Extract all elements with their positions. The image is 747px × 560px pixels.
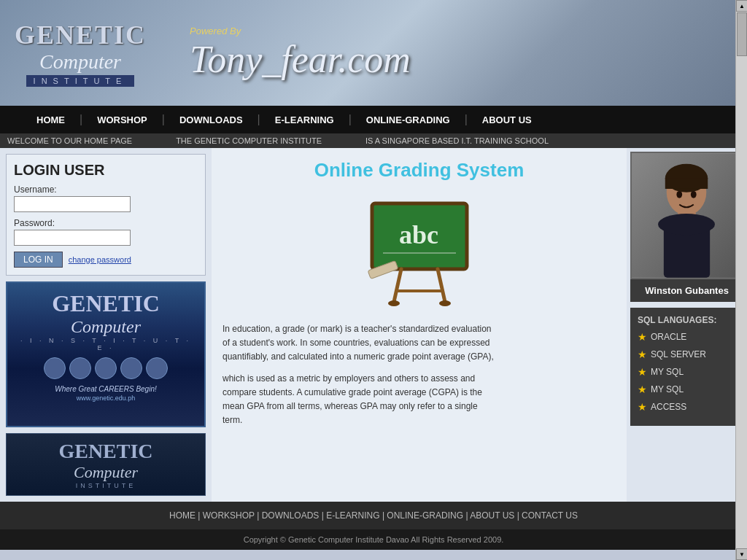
page-title: Online Grading System [222, 152, 616, 189]
sql-server: ★ SQL SERVER [638, 349, 736, 360]
footer-workshop[interactable]: WORKSHOP [203, 510, 255, 521]
chalkboard-area: abc [222, 196, 616, 315]
svg-point-18 [691, 191, 697, 198]
svg-point-17 [676, 191, 682, 198]
logo-area: GENETIC Computer INSTITUTE [15, 20, 146, 87]
star-icon-2: ★ [638, 349, 647, 360]
footer-onlinegrading[interactable]: ONLINE-GRADING [387, 510, 463, 521]
banner2-institute: INSTITUTE [12, 482, 199, 489]
logo-institute: INSTITUTE [26, 75, 135, 87]
svg-line-5 [394, 269, 401, 302]
svg-rect-13 [665, 178, 708, 189]
svg-point-16 [658, 214, 715, 235]
login-button[interactable]: LOG IN [14, 252, 63, 268]
password-label: Password: [14, 218, 198, 228]
change-password-link[interactable]: change password [69, 255, 131, 264]
sql-oracle: ★ ORACLE [638, 331, 736, 343]
main-content: LOGIN USER Username: Password: LOG IN ch… [0, 148, 747, 502]
footer-downloads[interactable]: DOWNLOADS [262, 510, 320, 521]
sql-mysql2: ★ MY SQL [638, 384, 736, 395]
footer-contactus[interactable]: CONTACT US [522, 510, 578, 521]
circle-5 [146, 357, 168, 379]
scrollbar-thumb[interactable] [737, 12, 747, 56]
footer-elearning[interactable]: E-LEARNING [326, 510, 379, 521]
left-sidebar: LOGIN USER Username: Password: LOG IN ch… [0, 148, 212, 502]
nav-onlinegrading[interactable]: ONLINE-GRADING [352, 114, 465, 125]
ticker-item-3: IS A SINGAPORE BASED I.T. TRAINING SCHOO… [365, 136, 549, 145]
svg-text:abc: abc [399, 220, 438, 249]
sidebar-banner-1: GENETIC Computer · I · N · S · T · I · T… [6, 281, 206, 427]
circle-4 [120, 357, 142, 379]
nav-workshop[interactable]: WORSHOP [82, 114, 162, 125]
profile-name-box: Winston Gubantes [630, 279, 743, 302]
footer-nav: HOME | WORKSHOP | DOWNLOADS | E-LEARNING… [0, 502, 747, 529]
sql-access: ★ ACCESS [638, 401, 736, 413]
content-text: In education, a grade (or mark) is a tea… [222, 322, 500, 427]
logo-genetic: GENETIC [15, 20, 146, 50]
sql-title: SQL LANGUAGES: [638, 315, 736, 325]
sql-oracle-label: ORACLE [651, 332, 686, 342]
footer-aboutus[interactable]: ABOUT US [470, 510, 514, 521]
nav-elearning[interactable]: E-LEARNING [260, 114, 349, 125]
sql-box: SQL LANGUAGES: ★ ORACLE ★ SQL SERVER ★ M… [630, 308, 743, 426]
svg-line-6 [438, 269, 445, 302]
navbar: HOME | WORSHOP | DOWNLOADS | E-LEARNING … [0, 106, 747, 133]
banner2-computer: Computer [12, 463, 199, 482]
circle-3 [95, 357, 117, 379]
scrollbar-up-btn[interactable]: ▲ [736, 0, 747, 12]
logo-computer: Computer [39, 50, 121, 74]
username-label: Username: [14, 184, 198, 195]
svg-point-8 [388, 300, 400, 306]
content-paragraph-2: which is used as a metric by employers a… [222, 372, 500, 428]
star-icon-4: ★ [638, 384, 647, 395]
banner-institute: · I · N · S · T · I · T · U · T · E · [15, 337, 197, 351]
header: GENETIC Computer INSTITUTE Powered By To… [0, 0, 747, 106]
banner2-genetic: GENETIC [12, 440, 199, 463]
sql-mysql1: ★ MY SQL [638, 366, 736, 378]
banner-computer: Computer [15, 317, 197, 337]
footer-home[interactable]: HOME [169, 510, 196, 521]
circle-2 [69, 357, 91, 379]
powered-by-text: Powered By [190, 26, 411, 36]
profile-name: Winston Gubantes [645, 285, 729, 296]
ticker-item-1: WELCOME TO OUR HOME PAGE [7, 136, 132, 145]
chalkboard-svg: abc [361, 196, 478, 313]
scrollbar-down-btn[interactable]: ▼ [736, 548, 747, 550]
login-box: LOGIN USER Username: Password: LOG IN ch… [6, 154, 206, 276]
star-icon-5: ★ [638, 401, 647, 413]
nav-aboutus[interactable]: ABOUT US [468, 114, 546, 125]
sidebar-banner-2: GENETIC Computer INSTITUTE [6, 433, 206, 496]
star-icon-1: ★ [638, 331, 647, 343]
banner-circles [15, 357, 197, 379]
tony-fear-logo: Tony_fear.com [190, 38, 411, 81]
login-title: LOGIN USER [14, 162, 198, 179]
svg-point-9 [439, 300, 451, 306]
footer-copyright: Copyright © Genetic Computer Institute D… [0, 529, 747, 550]
scrollbar[interactable]: ▲ ▼ [735, 0, 747, 550]
banner-website: www.genetic.edu.ph [15, 394, 197, 402]
sql-mysql1-label: MY SQL [651, 367, 684, 377]
profile-photo-svg [632, 152, 742, 279]
ticker-bar: WELCOME TO OUR HOME PAGE THE GENETIC COM… [0, 133, 747, 148]
circle-1 [44, 357, 66, 379]
powered-by-area: Powered By Tony_fear.com [190, 26, 411, 81]
banner-genetic: GENETIC [15, 290, 197, 317]
username-input[interactable] [14, 196, 131, 212]
ticker-item-2: THE GENETIC COMPUTER INSTITUTE [176, 136, 322, 145]
right-sidebar: Winston Gubantes SQL LANGUAGES: ★ ORACLE… [627, 148, 747, 502]
star-icon-3: ★ [638, 366, 647, 378]
copyright-text: Copyright © Genetic Computer Institute D… [244, 535, 504, 544]
sql-mysql2-label: MY SQL [651, 384, 684, 394]
sql-access-label: ACCESS [651, 402, 686, 412]
nav-downloads[interactable]: DOWNLOADS [165, 114, 258, 125]
sql-server-label: SQL SERVER [651, 349, 706, 359]
banner-slogan: Where Great CAREERS Begin! [15, 385, 197, 393]
password-input[interactable] [14, 230, 131, 246]
profile-photo [630, 152, 743, 279]
content-paragraph-1: In education, a grade (or mark) is a tea… [222, 322, 500, 365]
center-content: Online Grading System abc [212, 148, 627, 502]
nav-home[interactable]: HOME [22, 114, 80, 125]
